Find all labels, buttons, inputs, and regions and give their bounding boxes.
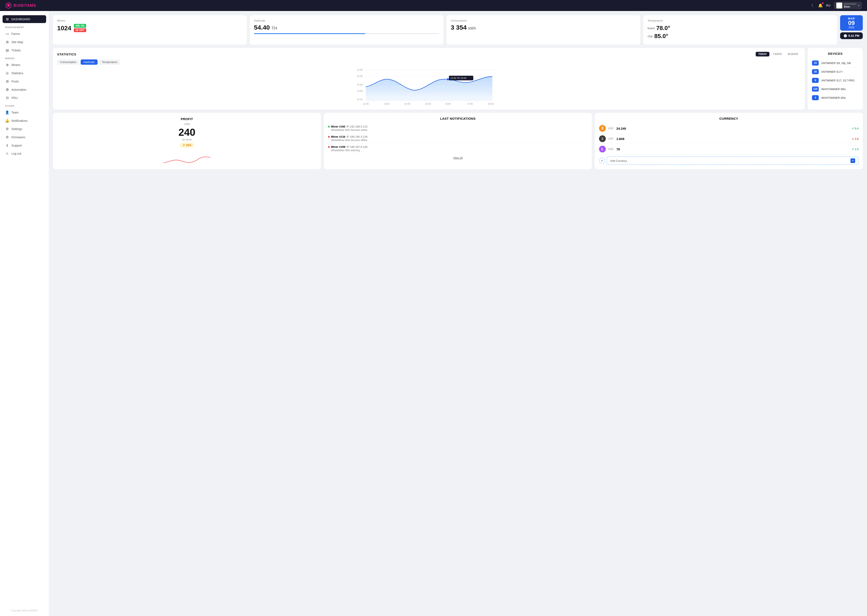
sidebar-item-support[interactable]: ℹ Support: [3, 141, 46, 149]
notif-desc-0: WhatsMiner M3x become online: [328, 129, 588, 132]
pdu-icon: ⊟: [5, 96, 9, 100]
device-label-2: ANTMINER S17, S17 PRO: [821, 79, 854, 82]
main-content: Miners 1024 998 ON 26 OFF: [49, 11, 867, 616]
view-all[interactable]: View all: [328, 156, 588, 160]
language-selector[interactable]: RU: [826, 4, 831, 7]
profit-currency: USD: [57, 123, 317, 126]
sidebar-item-dashboard[interactable]: ⊞ DASHBOARD: [3, 15, 46, 23]
firmwares-icon: ⚙: [5, 135, 9, 139]
add-currency-circle-button[interactable]: +: [599, 158, 605, 164]
time-box: 🕐 9.41 PM: [840, 32, 863, 39]
notifications-bell-button[interactable]: 🔔: [818, 3, 823, 8]
temperature-label: Temperature: [648, 19, 833, 22]
svg-text:13.95: 13.95: [357, 75, 363, 77]
bitcoin-icon: ₿: [599, 125, 606, 132]
logout-icon: ⎋: [5, 152, 9, 156]
svg-marker-1: [7, 4, 10, 7]
dark-mode-button[interactable]: ☾: [811, 3, 815, 8]
sidebar-item-farms[interactable]: ▭ Farms: [3, 30, 46, 38]
statistics-chart: 13.99 13.95 13.89 13.85 13.25: [57, 68, 801, 106]
user-menu[interactable]: Administrator Elon ▾: [834, 2, 862, 9]
notifications-card: LAST NOTIFICATIONS Miner #160 IP 192.168…: [324, 113, 592, 169]
sidebar-item-tickets[interactable]: ▤ Tickets: [3, 46, 46, 54]
statistics-card: STATISTICS TODAY 7 DAYS 30 DAYS Consumpt…: [53, 48, 805, 110]
sidebar-item-firmwares[interactable]: ⚙ Firmwares: [3, 133, 46, 141]
device-count-4: 4: [812, 95, 819, 100]
add-currency-plus-icon: +: [851, 159, 855, 163]
topnav-right: ☾ 🔔 RU Administrator Elon ▾: [811, 2, 862, 9]
view-all-link[interactable]: View all: [453, 156, 463, 159]
device-label-0: ANTMINER S9, S9j, S9i: [821, 61, 851, 65]
sidebar-item-pools[interactable]: ⊞ Pools: [3, 77, 46, 85]
profit-card: PROFIT USD 240 за сутки ↗ 15%: [53, 113, 321, 169]
profit-period: за сутки: [57, 138, 317, 141]
svg-text:12:00: 12:00: [363, 102, 369, 105]
device-count-2: 9: [812, 78, 819, 83]
board-value: 78.0°: [656, 25, 670, 31]
currency-value-2: 79: [616, 148, 850, 151]
sidebar-item-label: Log out: [11, 152, 21, 155]
notif-dot-1: [328, 136, 330, 138]
sidebar-item-sitemap[interactable]: ⊞ Site Map: [3, 38, 46, 46]
period-7days-button[interactable]: 7 DAYS: [770, 52, 784, 57]
sidebar-item-label: Team: [11, 111, 19, 114]
add-currency-button[interactable]: Add Currancy +: [607, 157, 859, 165]
sidebar-item-notifications[interactable]: 🔔 Notifications: [3, 117, 46, 124]
temperature-card: Temperature board 78.0° chip 85.0°: [643, 15, 837, 45]
consumption-card: Consumption 3 354 kWh: [446, 15, 640, 45]
sidebar-item-miners[interactable]: ⊕ Miners: [3, 61, 46, 69]
statistics-header: STATISTICS TODAY 7 DAYS 30 DAYS: [57, 52, 801, 57]
device-label-4: WHATSMINER M3x: [821, 96, 846, 99]
miners-label: Miners: [57, 19, 243, 22]
sidebar-item-statistics[interactable]: ◎ Statistics: [3, 69, 46, 77]
tab-temperature[interactable]: Temperature: [99, 60, 120, 65]
hashrate-label: Hashrate: [254, 19, 440, 22]
svg-text:13.89: 13.89: [357, 83, 363, 86]
device-row-1: 28 ANTMINER S17+: [812, 68, 859, 76]
dashboard-icon: ⊞: [5, 17, 9, 21]
sidebar-item-label: Pools: [11, 80, 19, 83]
currency-label-2: USD: [608, 148, 614, 151]
time-value: 9.41 PM: [848, 34, 859, 38]
tab-consumption[interactable]: Consumption: [57, 60, 79, 65]
temp-chip-row: chip 85.0°: [648, 33, 833, 39]
period-30days-button[interactable]: 30 DAYS: [785, 52, 801, 57]
sidebar-item-label: PDU: [11, 96, 18, 100]
sidebar-item-logout[interactable]: ⎋ Log out: [3, 150, 46, 157]
main-layout: ⊞ DASHBOARD MANAGEMENT ▭ Farms ⊞ Site Ma…: [0, 11, 867, 616]
profit-badge: ↗ 15%: [180, 143, 194, 148]
sidebar-item-automation[interactable]: ✿ Automation: [3, 86, 46, 93]
user-avatar: [836, 3, 842, 8]
notif-item-1: Miner #134 IP 189.190.3.134 WhatsMiner M…: [328, 134, 588, 144]
sidebar-item-label: Automation: [11, 88, 27, 91]
svg-text:18:00: 18:00: [488, 102, 493, 105]
svg-text:13:00: 13:00: [383, 102, 389, 105]
miner-badges: 998 ON 26 OFF: [74, 24, 86, 32]
sidebar-item-team[interactable]: 👤 Team: [3, 108, 46, 116]
miners-card: Miners 1024 998 ON 26 OFF: [53, 15, 247, 45]
currency-row-ltc: Ł USD 79 ↗ 1.5: [599, 144, 859, 154]
settings-icon: ⚙: [5, 127, 9, 131]
device-count-3: 120: [812, 86, 819, 91]
chip-label: chip: [648, 35, 653, 38]
miners-total: 1024: [57, 25, 71, 32]
sidebar-item-pdu[interactable]: ⊟ PDU: [3, 94, 46, 102]
miners-off-badge: 26 OFF: [74, 28, 86, 32]
miners-row: 1024 998 ON 26 OFF: [57, 24, 243, 32]
pools-icon: ⊞: [5, 79, 9, 83]
tab-hashrate[interactable]: Hashrate: [80, 60, 98, 65]
svg-text:17:00: 17:00: [467, 102, 473, 105]
currency-label-1: USD: [608, 137, 614, 140]
clock-icon: 🕐: [843, 34, 847, 38]
chart-tooltip-text: 13.92 TH 16:02: [451, 77, 467, 79]
miners-icon: ⊕: [5, 63, 9, 67]
period-today-button[interactable]: TODAY: [756, 52, 769, 57]
topnav: BiXBiTAMS ☾ 🔔 RU Administrator Elon ▾: [0, 0, 867, 11]
sidebar-item-settings[interactable]: ⚙ Settings: [3, 125, 46, 133]
device-row-0: 15 ANTMINER S9, S9j, S9i: [812, 59, 859, 68]
currency-card: CURRENCY ₿ USD 24.240 ↗ 5.4 Ξ USD 1.609 …: [595, 113, 863, 169]
currency-title: CURRENCY: [599, 117, 859, 120]
chart-tooltip-dot: [447, 78, 449, 80]
period-selector: TODAY 7 DAYS 30 DAYS: [756, 52, 801, 57]
profit-value: 240: [57, 126, 317, 138]
